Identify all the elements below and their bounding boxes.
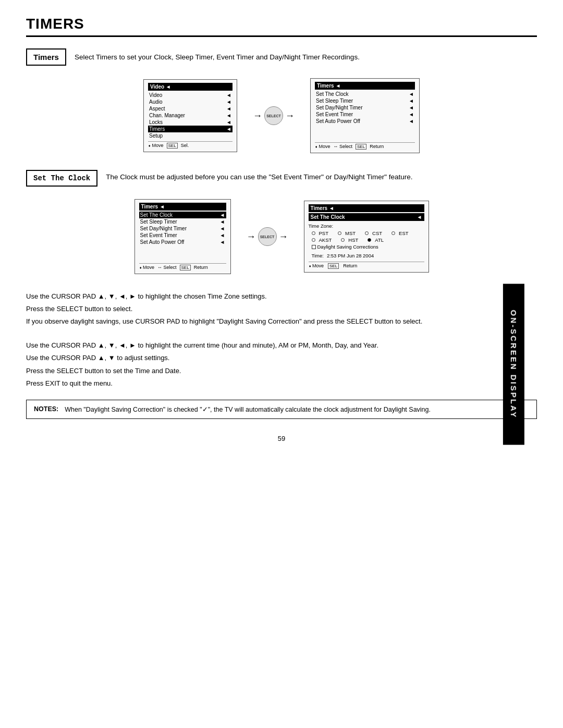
timers-menu-header-2: Timers ◄ (139, 203, 226, 211)
notes-text: When "Daylight Saving Correction" is che… (65, 405, 431, 413)
daylight-checkbox (312, 245, 316, 249)
menu-item-aspect: Aspect◄ (148, 105, 232, 112)
main-menu-screen: Video ◄ Video◄ Audio◄ Aspect◄ Chan. Mana… (143, 79, 237, 152)
time-value: 2:53 PM Jun 28 2004 (327, 253, 374, 258)
diagram-section-2: Timers ◄ Set The Clock◄ Set Sleep Timer◄… (26, 199, 537, 274)
set-clock-label-box: Set The Clock (26, 170, 97, 187)
timezone-label: Time Zone: (309, 223, 424, 229)
tz-row1: PST MST CST EST (312, 230, 424, 236)
clock-screen-footer: ⬧ Move SEL Return (309, 262, 424, 269)
timers-submenu-screen: Timers ◄ Set The Clock◄ Set Sleep Timer◄… (310, 78, 420, 153)
notes-box: NOTES: When "Daylight Saving Correction"… (26, 400, 537, 419)
cst-radio (365, 231, 369, 235)
menu-item-timers-highlighted: Timers◄ (148, 126, 232, 132)
atl-radio (368, 238, 371, 242)
timers-menu-screen-2: Timers ◄ Set The Clock◄ Set Sleep Timer◄… (134, 199, 231, 274)
time-row: Time: 2:53 PM Jun 28 2004 (312, 253, 424, 258)
timers2-item-event: Set Event Timer◄ (139, 232, 226, 239)
timers-item-sleep: Set Sleep Timer◄ (315, 97, 415, 104)
pst-radio (312, 231, 315, 235)
select-btn-1: SELECT (264, 106, 283, 125)
instruction-line7: Press EXIT to quit the menu. (26, 378, 537, 389)
timers-item-autopower: Set Auto Power Off◄ (315, 118, 415, 125)
intro-row: Timers Select Timers to set your Clock, … (26, 48, 537, 66)
diagram-section-1: Video ◄ Video◄ Audio◄ Aspect◄ Chan. Mana… (26, 78, 537, 153)
menu-item-setup: Setup (148, 132, 232, 139)
main-menu-footer: ⬧ MoveSELSel. (148, 141, 232, 149)
menu-item-video: Video◄ (148, 92, 232, 98)
timers-item-event: Set Event Timer◄ (315, 111, 415, 118)
daylight-label: Daylight Saving Corrections (317, 244, 378, 250)
mst-radio (338, 231, 341, 235)
set-clock-screen: Timers ◄ Set The Clock◄ Time Zone: PST M… (304, 201, 429, 273)
timers-label-box: Timers (26, 48, 66, 66)
select-btn-2: SELECT (258, 227, 277, 246)
instruction-line3: If you observe daylight savings, use CUR… (26, 316, 537, 327)
instruction-line1: Use the CURSOR PAD ▲, ▼, ◄, ► to highlig… (26, 291, 537, 302)
timers2-item-clock: Set The Clock◄ (139, 212, 226, 218)
arrow-1: → SELECT → (253, 106, 295, 125)
set-the-clock-section: Set The Clock The Clock must be adjusted… (26, 170, 537, 187)
est-radio (391, 231, 395, 235)
menu-item-audio: Audio◄ (148, 98, 232, 105)
arrow-2: → SELECT → (247, 227, 288, 246)
clock-subheader: Set The Clock (311, 214, 345, 220)
timers2-item-autopower: Set Auto Power Off◄ (139, 239, 226, 245)
instruction-line2: Press the SELECT button to select. (26, 303, 537, 315)
daylight-row: Daylight Saving Corrections (312, 244, 424, 250)
time-label: Time: (312, 253, 324, 258)
sidebar-label: ON-SCREEN DISPLAY (503, 283, 524, 445)
tz-row2: AKST HST ATL (312, 237, 424, 243)
page-title: TIMERS (26, 16, 537, 37)
timers2-item-daynight: Set Day/Night Timer◄ (139, 225, 226, 232)
menu-item-locks: Locks◄ (148, 119, 232, 126)
timers-menu-footer-2: ⬧ Move↔ SelectSELReturn (139, 263, 226, 270)
instructions-block: Use the CURSOR PAD ▲, ▼, ◄, ► to highlig… (26, 291, 537, 389)
akst-radio (312, 238, 315, 242)
instruction-line4: Use the CURSOR PAD ▲, ▼, ◄, ► to highlig… (26, 340, 537, 351)
timers-submenu-header: Timers ◄ (315, 82, 415, 90)
set-clock-description: The Clock must be adjusted before you ca… (106, 170, 412, 181)
main-menu-header: Video ◄ (148, 83, 232, 91)
instruction-line5: Use the CURSOR PAD ▲, ▼ to adjust settin… (26, 352, 537, 364)
timers-item-clock: Set The Clock◄ (315, 91, 415, 97)
hst-radio (341, 238, 345, 242)
intro-text: Select Timers to set your Clock, Sleep T… (75, 53, 360, 61)
clock-screen-header: Timers ◄ (309, 204, 424, 212)
menu-item-chan: Chan. Manager◄ (148, 112, 232, 119)
instruction-line6: Press the SELECT button to set the Time … (26, 365, 537, 377)
notes-label: NOTES: (34, 405, 58, 413)
timers-item-daynight: Set Day/Night Timer◄ (315, 104, 415, 111)
timers2-item-sleep: Set Sleep Timer◄ (139, 218, 226, 225)
timers-submenu-footer: ⬧ Move↔ SelectSELReturn (315, 142, 415, 150)
page-number: 59 (26, 435, 537, 442)
